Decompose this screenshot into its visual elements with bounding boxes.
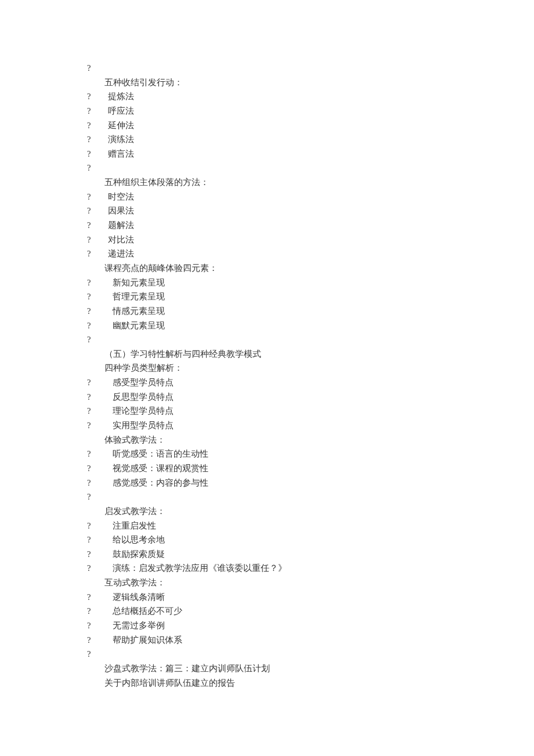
bullet-mark: ? xyxy=(87,276,113,290)
body-text: 四种学员类型解析： xyxy=(104,363,183,372)
text-line: ?哲理元素呈现 xyxy=(87,290,534,304)
bullet-mark: ? xyxy=(87,163,91,172)
list-item-text: 感觉感受：内容的参与性 xyxy=(113,478,208,487)
body-text: 五种组织主体段落的方法： xyxy=(104,178,209,187)
text-line: ?反思型学员特点 xyxy=(87,390,534,404)
bullet-mark: ? xyxy=(87,204,108,218)
list-item-text: 演练法 xyxy=(108,135,134,144)
list-item-text: 反思型学员特点 xyxy=(113,392,174,401)
text-line: ?提炼法 xyxy=(87,89,534,104)
bullet-mark: ? xyxy=(87,63,91,73)
list-item-text: 时空法 xyxy=(108,192,134,201)
bullet-mark: ? xyxy=(87,447,113,461)
bullet-mark: ? xyxy=(87,618,113,633)
bullet-mark: ? xyxy=(87,147,108,161)
text-line: ?总结概括必不可少 xyxy=(87,604,534,618)
list-item-text: 总结概括必不可少 xyxy=(113,606,182,616)
body-text: （五）学习特性解析与四种经典教学模式 xyxy=(104,349,261,359)
list-item-text: 无需过多举例 xyxy=(113,621,165,630)
body-text: 启发式教学法： xyxy=(104,507,165,516)
text-line: ?逻辑线条清晰 xyxy=(87,590,534,605)
body-text: 课程亮点的颠峰体验四元素： xyxy=(104,263,218,273)
text-line: 四种学员类型解析： xyxy=(87,361,534,375)
text-line: ?情感元素呈现 xyxy=(87,304,534,319)
text-line: ?幽默元素呈现 xyxy=(87,319,534,333)
bullet-mark: ? xyxy=(87,492,91,501)
text-line: ?视觉感受：课程的观赏性 xyxy=(87,461,534,476)
list-item-text: 视觉感受：课程的观赏性 xyxy=(113,464,208,473)
list-item-text: 延伸法 xyxy=(108,121,134,130)
list-item-text: 演练：启发式教学法应用《谁该委以重任？》 xyxy=(113,563,287,573)
bullet-mark: ? xyxy=(87,649,91,659)
text-line: 课程亮点的颠峰体验四元素： xyxy=(87,261,534,276)
bullet-mark: ? xyxy=(87,476,113,490)
text-line: ?感觉感受：内容的参与性 xyxy=(87,476,534,490)
bullet-mark: ? xyxy=(87,375,113,390)
bullet-mark: ? xyxy=(87,561,113,576)
text-line: ?给以思考余地 xyxy=(87,533,534,547)
list-item-text: 赠言法 xyxy=(108,149,134,158)
body-text: 互动式教学法： xyxy=(104,578,165,587)
text-line: ?题解法 xyxy=(87,218,534,233)
list-item-text: 对比法 xyxy=(108,235,134,244)
list-item-text: 因果法 xyxy=(108,206,134,215)
list-item-text: 理论型学员特点 xyxy=(113,406,174,415)
bullet-mark: ? xyxy=(87,390,113,404)
body-text: 关于内部培训讲师队伍建立的报告 xyxy=(104,678,235,688)
text-line: ? xyxy=(87,332,534,347)
text-line: 体验式教学法： xyxy=(87,433,534,447)
bullet-mark: ? xyxy=(87,190,108,204)
bullet-mark: ? xyxy=(87,519,113,533)
bullet-mark: ? xyxy=(87,604,113,618)
bullet-mark: ? xyxy=(87,404,113,418)
text-line: ?注重启发性 xyxy=(87,519,534,533)
list-item-text: 情感元素呈现 xyxy=(113,306,165,316)
text-line: （五）学习特性解析与四种经典教学模式 xyxy=(87,347,534,361)
text-line: 五种收结引发行动： xyxy=(87,75,534,90)
bullet-mark: ? xyxy=(87,547,113,562)
bullet-mark: ? xyxy=(87,290,113,304)
text-line: ?实用型学员特点 xyxy=(87,418,534,433)
bullet-mark: ? xyxy=(87,319,113,333)
text-line: ?感受型学员特点 xyxy=(87,375,534,390)
list-item-text: 呼应法 xyxy=(108,106,134,115)
text-line: 沙盘式教学法：篇三：建立内训师队伍计划 xyxy=(87,661,534,676)
text-line: ?帮助扩展知识体系 xyxy=(87,633,534,648)
text-line: ?延伸法 xyxy=(87,118,534,133)
bullet-mark: ? xyxy=(87,533,113,547)
bullet-mark: ? xyxy=(87,304,113,319)
list-item-text: 给以思考余地 xyxy=(113,535,165,544)
bullet-mark: ? xyxy=(87,132,108,147)
text-line: ?演练法 xyxy=(87,132,534,147)
bullet-mark: ? xyxy=(87,590,113,605)
bullet-mark: ? xyxy=(87,118,108,133)
text-line: ? xyxy=(87,647,534,661)
text-line: ?呼应法 xyxy=(87,104,534,118)
list-item-text: 递进法 xyxy=(108,249,134,258)
list-item-text: 新知元素呈现 xyxy=(113,278,165,287)
bullet-mark: ? xyxy=(87,461,113,476)
text-line: ?无需过多举例 xyxy=(87,618,534,633)
text-line: ?时空法 xyxy=(87,190,534,204)
list-item-text: 提炼法 xyxy=(108,92,134,101)
text-line: ?赠言法 xyxy=(87,147,534,161)
list-item-text: 感受型学员特点 xyxy=(113,378,174,387)
body-text: 沙盘式教学法：篇三：建立内训师队伍计划 xyxy=(104,664,270,673)
body-text: 体验式教学法： xyxy=(104,435,165,444)
bullet-mark: ? xyxy=(87,233,108,247)
bullet-mark: ? xyxy=(87,104,108,118)
text-line: 启发式教学法： xyxy=(87,504,534,519)
bullet-mark: ? xyxy=(87,418,113,433)
text-line: ?理论型学员特点 xyxy=(87,404,534,418)
list-item-text: 幽默元素呈现 xyxy=(113,321,165,330)
text-line: 五种组织主体段落的方法： xyxy=(87,175,534,190)
list-item-text: 实用型学员特点 xyxy=(113,421,174,430)
text-line: ?因果法 xyxy=(87,204,534,218)
bullet-mark: ? xyxy=(87,89,108,104)
list-item-text: 帮助扩展知识体系 xyxy=(113,635,182,645)
text-line: ? xyxy=(87,490,534,504)
text-line: 关于内部培训讲师队伍建立的报告 xyxy=(87,676,534,690)
bullet-mark: ? xyxy=(87,247,108,261)
text-line: ?鼓励探索质疑 xyxy=(87,547,534,562)
text-line: ?听觉感受：语言的生动性 xyxy=(87,447,534,461)
